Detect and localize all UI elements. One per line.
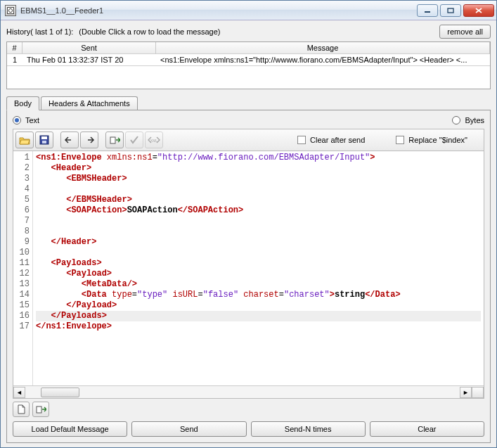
scroll-corner [472, 387, 484, 398]
content-area: History( last 1 of 1): (Double Click a r… [1, 20, 496, 447]
svg-rect-6 [42, 141, 46, 143]
export-icon[interactable] [32, 402, 49, 417]
line-gutter: 1234567891011121314151617 [13, 151, 33, 385]
tabstrip: Body Headers & Attachments [6, 96, 491, 110]
validate-icon [125, 132, 143, 148]
redo-icon[interactable] [80, 132, 98, 148]
table-header: # Sent Message [7, 42, 490, 54]
open-icon[interactable] [15, 132, 34, 148]
editor[interactable]: 1234567891011121314151617 <ns1:Envelope … [13, 151, 484, 399]
body-panel: Text Bytes [6, 110, 491, 443]
svg-rect-7 [110, 137, 115, 143]
clear-after-send-checkbox[interactable] [297, 136, 306, 144]
save-icon[interactable] [35, 132, 53, 148]
row-num: 1 [7, 54, 22, 65]
minimize-button[interactable] [417, 4, 438, 17]
titlebar[interactable]: EBMS1__1.0__Feeder1 [1, 1, 496, 20]
radio-text[interactable] [13, 116, 21, 124]
new-doc-icon[interactable] [13, 402, 30, 417]
scroll-left-icon[interactable]: ◄ [13, 387, 25, 398]
undo-icon[interactable] [60, 132, 79, 148]
load-default-button[interactable]: Load Default Message [13, 421, 127, 437]
row-message: <ns1:Envelope xmlns:ns1="http://wwww.fio… [156, 54, 490, 65]
svg-rect-3 [448, 8, 453, 13]
row-sent: Thu Feb 01 13:32:37 IST 20 [22, 54, 156, 65]
editor-toolbar: XML Clear after send Replace "$index" [13, 129, 484, 151]
table-row[interactable]: 1 Thu Feb 01 13:32:37 IST 20 <ns1:Envelo… [7, 54, 490, 66]
remove-all-button[interactable]: remove all [439, 25, 491, 39]
history-hint: (Double Click a row to load the message) [79, 27, 434, 36]
replace-index-label: Replace "$index" [408, 136, 467, 144]
svg-rect-9 [37, 407, 41, 413]
below-editor-icons [13, 402, 484, 417]
tab-headers-attachments[interactable]: Headers & Attachments [41, 96, 138, 110]
svg-rect-2 [425, 11, 430, 13]
col-message[interactable]: Message [156, 42, 490, 53]
import-icon[interactable] [105, 132, 124, 148]
history-label: History( last 1 of 1): [6, 27, 73, 36]
scroll-track[interactable] [25, 387, 460, 398]
code-area[interactable]: <ns1:Envelope xmlns:ns1="http://www.fior… [33, 151, 484, 385]
format-radio-row: Text Bytes [13, 116, 484, 124]
clear-after-send-label: Clear after send [310, 136, 365, 144]
clear-button[interactable]: Clear [370, 421, 484, 437]
radio-bytes[interactable] [452, 116, 460, 124]
window-title: EBMS1__1.0__Feeder1 [20, 6, 417, 15]
history-header: History( last 1 of 1): (Double Click a r… [6, 25, 491, 39]
scroll-thumb[interactable] [41, 388, 79, 397]
send-n-button[interactable]: Send-N times [251, 421, 366, 437]
horizontal-scrollbar[interactable]: ◄ ► [13, 385, 484, 398]
svg-rect-0 [8, 7, 14, 13]
radio-bytes-label: Bytes [465, 116, 484, 124]
scroll-right-icon[interactable]: ► [460, 387, 472, 398]
svg-text:XML: XML [150, 139, 158, 143]
xml-tag-icon: XML [145, 132, 163, 148]
send-button[interactable]: Send [131, 421, 246, 437]
app-icon [5, 5, 16, 16]
col-num[interactable]: # [7, 42, 22, 53]
bottom-buttons: Load Default Message Send Send-N times C… [13, 421, 484, 437]
maximize-button[interactable] [440, 4, 461, 17]
col-sent[interactable]: Sent [22, 42, 156, 53]
replace-index-checkbox[interactable] [396, 136, 404, 144]
history-table[interactable]: # Sent Message 1 Thu Feb 01 13:32:37 IST… [6, 41, 491, 89]
app-window: EBMS1__1.0__Feeder1 History( last 1 of 1… [0, 0, 497, 448]
tab-body[interactable]: Body [6, 96, 39, 110]
radio-text-label: Text [25, 116, 39, 124]
close-button[interactable] [463, 4, 494, 17]
svg-rect-5 [41, 136, 47, 139]
